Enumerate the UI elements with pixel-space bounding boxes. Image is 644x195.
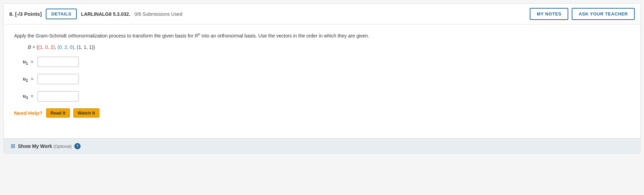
optional-label: (Optional) xyxy=(53,144,72,149)
show-my-work-section: ⊞ Show My Work (Optional) ? xyxy=(4,138,640,153)
u1-label: u1 xyxy=(14,59,28,65)
problem-header: 8. [-/3 Points] DETAILS LARLINALG8 5.3.0… xyxy=(4,4,640,24)
u2-input[interactable] xyxy=(38,74,79,84)
u1-input[interactable] xyxy=(38,57,79,67)
equals-2: = xyxy=(31,76,33,82)
spacer xyxy=(14,121,630,131)
basis-value: = {(1, 0, 2), (0, 2, 0), (1, 1, 1)} xyxy=(31,44,95,50)
main-content: Apply the Gram-Schmidt orthonormalizatio… xyxy=(4,24,640,138)
watch-it-button[interactable]: Watch It xyxy=(73,108,99,118)
u3-input[interactable] xyxy=(38,91,79,101)
basis-definition: B = {(1, 0, 2), (0, 2, 0), (1, 1, 1)} xyxy=(28,44,630,50)
equals-3: = xyxy=(31,94,33,99)
help-icon[interactable]: ? xyxy=(74,143,81,149)
input-row-u1: u1 = xyxy=(14,57,630,67)
submissions-used: 0/6 Submissions Used xyxy=(135,11,182,17)
read-it-button[interactable]: Read It xyxy=(46,108,70,118)
expand-icon[interactable]: ⊞ xyxy=(11,143,15,149)
header-left: 8. [-/3 Points] DETAILS LARLINALG8 5.3.0… xyxy=(9,9,524,19)
need-help-section: Need Help? Read It Watch It xyxy=(14,108,630,118)
problem-container: 8. [-/3 Points] DETAILS LARLINALG8 5.3.0… xyxy=(3,3,641,154)
basis-label: B xyxy=(28,44,31,50)
input-row-u3: u3 = xyxy=(14,91,630,101)
show-my-work-label[interactable]: Show My Work (Optional) xyxy=(18,143,72,149)
ask-teacher-button[interactable]: ASK YOUR TEACHER xyxy=(572,8,635,20)
show-my-work-text: Show My Work xyxy=(18,143,52,149)
problem-id: LARLINALG8 5.3.032. xyxy=(81,11,130,17)
rn-variable: Rn xyxy=(194,33,200,39)
input-row-u2: u2 = xyxy=(14,74,630,84)
question-number: 8. [-/3 Points] xyxy=(9,11,42,17)
details-button[interactable]: DETAILS xyxy=(46,9,77,19)
u3-label: u3 xyxy=(14,93,28,100)
my-notes-button[interactable]: MY NOTES xyxy=(530,8,568,20)
header-right: MY NOTES ASK YOUR TEACHER xyxy=(530,8,635,20)
description-text-1: Apply the Gram-Schmidt orthonormalizatio… xyxy=(14,33,194,39)
u2-label: u2 xyxy=(14,76,28,83)
description-text-2: into an orthonormal basis. Use the vecto… xyxy=(200,33,369,39)
equals-1: = xyxy=(31,59,33,65)
need-help-label: Need Help? xyxy=(14,110,43,116)
problem-description: Apply the Gram-Schmidt orthonormalizatio… xyxy=(14,31,630,40)
